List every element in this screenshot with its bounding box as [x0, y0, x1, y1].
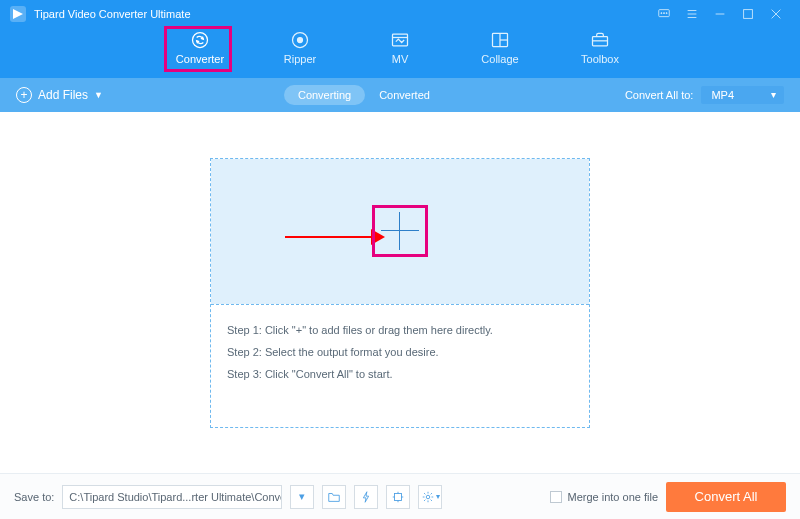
save-path-input[interactable]: C:\Tipard Studio\Tipard...rter Ultimate\… — [62, 485, 282, 509]
chip-icon — [391, 490, 405, 504]
toolbox-icon — [590, 30, 610, 50]
nav-collage[interactable]: Collage — [470, 30, 530, 78]
convert-to-label: Convert All to: — [625, 89, 693, 101]
svg-point-1 — [661, 13, 662, 14]
svg-point-11 — [193, 33, 208, 48]
app-title: Tipard Video Converter Ultimate — [34, 8, 191, 20]
nav-toolbox[interactable]: Toolbox — [570, 30, 630, 78]
svg-point-13 — [298, 38, 303, 43]
nav-converter[interactable]: Converter — [170, 30, 230, 78]
add-files-label: Add Files — [38, 88, 88, 102]
nav-ripper[interactable]: Ripper — [270, 30, 330, 78]
drop-area[interactable] — [211, 159, 589, 304]
stage: Step 1: Click "+" to add files or drag t… — [0, 112, 800, 473]
minimize-icon[interactable] — [706, 0, 734, 28]
app-logo — [10, 6, 26, 22]
bolt-icon — [359, 490, 373, 504]
status-segment: Converting Converted — [284, 85, 444, 105]
merge-label: Merge into one file — [568, 491, 659, 503]
merge-checkbox[interactable]: Merge into one file — [550, 491, 659, 503]
add-plus-icon[interactable] — [375, 206, 425, 256]
seg-converted[interactable]: Converted — [365, 85, 444, 105]
format-select[interactable]: MP4 — [701, 86, 784, 104]
convert-all-to: Convert All to: MP4 — [625, 86, 784, 104]
chevron-down-icon: ▾ — [436, 492, 440, 501]
folder-icon — [327, 490, 341, 504]
hw-accel-button[interactable] — [354, 485, 378, 509]
drop-zone[interactable]: Step 1: Click "+" to add files or drag t… — [210, 158, 590, 428]
nav-label: Ripper — [284, 53, 316, 65]
nav-label: MV — [392, 53, 409, 65]
settings-button[interactable]: ▾ — [418, 485, 442, 509]
toolbar: + Add Files ▼ Converting Converted Conve… — [0, 78, 800, 112]
mv-icon — [390, 30, 410, 50]
footer: Save to: C:\Tipard Studio\Tipard...rter … — [0, 473, 800, 519]
save-to-label: Save to: — [14, 491, 54, 503]
svg-rect-8 — [744, 10, 753, 19]
convert-all-button[interactable]: Convert All — [666, 482, 786, 512]
svg-point-25 — [426, 495, 430, 499]
add-files-button[interactable]: + Add Files ▼ — [16, 87, 103, 103]
gear-icon — [421, 490, 435, 504]
step-1: Step 1: Click "+" to add files or drag t… — [227, 319, 573, 341]
converter-icon — [190, 30, 210, 50]
maximize-icon[interactable] — [734, 0, 762, 28]
main-nav: Converter Ripper MV Collage Toolbox — [0, 28, 800, 78]
collage-icon — [490, 30, 510, 50]
titlebar: Tipard Video Converter Ultimate — [0, 0, 800, 28]
checkbox-icon — [550, 491, 562, 503]
close-icon[interactable] — [762, 0, 790, 28]
gpu-button[interactable] — [386, 485, 410, 509]
nav-mv[interactable]: MV — [370, 30, 430, 78]
chevron-down-icon: ▾ — [299, 490, 305, 503]
feedback-icon[interactable] — [650, 0, 678, 28]
nav-label: Collage — [481, 53, 518, 65]
seg-converting[interactable]: Converting — [284, 85, 365, 105]
menu-icon[interactable] — [678, 0, 706, 28]
step-2: Step 2: Select the output format you des… — [227, 341, 573, 363]
svg-rect-20 — [395, 493, 402, 500]
chevron-down-icon: ▼ — [94, 90, 103, 100]
ripper-icon — [290, 30, 310, 50]
nav-label: Toolbox — [581, 53, 619, 65]
plus-icon: + — [16, 87, 32, 103]
nav-label: Converter — [176, 53, 224, 65]
steps-panel: Step 1: Click "+" to add files or drag t… — [211, 304, 589, 399]
svg-point-2 — [663, 13, 664, 14]
annotation-arrow — [285, 229, 385, 245]
step-3: Step 3: Click "Convert All" to start. — [227, 363, 573, 385]
svg-point-3 — [666, 13, 667, 14]
path-dropdown-button[interactable]: ▾ — [290, 485, 314, 509]
open-folder-button[interactable] — [322, 485, 346, 509]
